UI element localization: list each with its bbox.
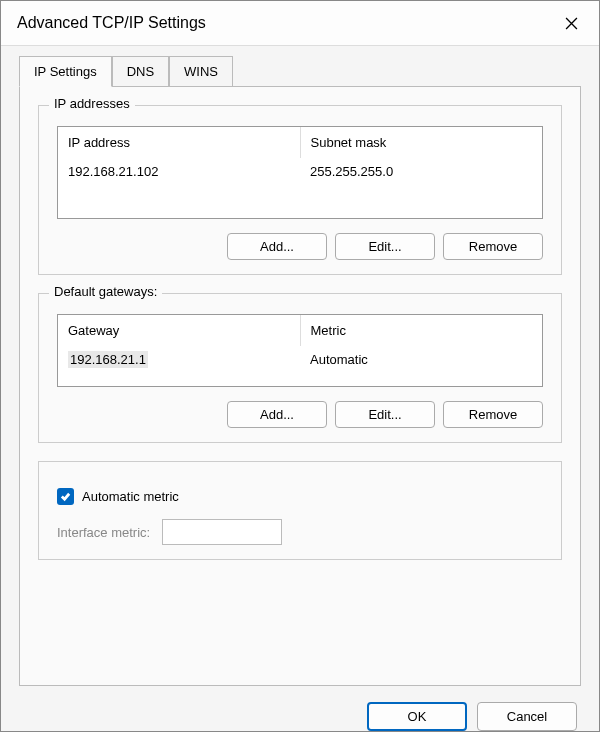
- col-gateway[interactable]: Gateway: [58, 315, 301, 346]
- ip-remove-button[interactable]: Remove: [443, 233, 543, 260]
- table-row[interactable]: 192.168.21.102 255.255.255.0: [58, 158, 542, 191]
- ip-edit-button[interactable]: Edit...: [335, 233, 435, 260]
- ip-buttons-row: Add... Edit... Remove: [57, 233, 543, 260]
- ip-addresses-table[interactable]: IP address Subnet mask 192.168.21.102 25…: [57, 126, 543, 219]
- gateways-table[interactable]: Gateway Metric 192.168.21.1 Automatic: [57, 314, 543, 387]
- metric-fieldset: Automatic metric Interface metric:: [38, 461, 562, 560]
- cell-mask: 255.255.255.0: [300, 158, 542, 191]
- table-row[interactable]: 192.168.21.1 Automatic: [58, 346, 542, 379]
- col-metric[interactable]: Metric: [301, 315, 543, 346]
- ip-add-button[interactable]: Add...: [227, 233, 327, 260]
- gw-remove-button[interactable]: Remove: [443, 401, 543, 428]
- cell-ip: 192.168.21.102: [58, 158, 300, 191]
- gw-table-body: 192.168.21.1 Automatic: [58, 346, 542, 386]
- gw-add-button[interactable]: Add...: [227, 401, 327, 428]
- tab-dns[interactable]: DNS: [112, 56, 169, 86]
- tab-wins[interactable]: WINS: [169, 56, 233, 86]
- close-icon: [565, 17, 578, 30]
- tab-ip-settings[interactable]: IP Settings: [19, 56, 112, 87]
- cancel-button[interactable]: Cancel: [477, 702, 577, 731]
- auto-metric-label: Automatic metric: [82, 489, 179, 504]
- gateways-fieldset: Default gateways: Gateway Metric 192.168…: [38, 293, 562, 443]
- window-title: Advanced TCP/IP Settings: [17, 14, 206, 32]
- col-ip-address[interactable]: IP address: [58, 127, 301, 158]
- ip-addresses-legend: IP addresses: [49, 96, 135, 111]
- titlebar: Advanced TCP/IP Settings: [1, 1, 599, 46]
- check-icon: [60, 491, 71, 502]
- gw-table-header: Gateway Metric: [58, 315, 542, 346]
- close-button[interactable]: [555, 9, 587, 37]
- interface-metric-row: Interface metric:: [57, 519, 543, 545]
- gw-buttons-row: Add... Edit... Remove: [57, 401, 543, 428]
- interface-metric-input: [162, 519, 282, 545]
- auto-metric-row: Automatic metric: [57, 488, 543, 505]
- gw-edit-button[interactable]: Edit...: [335, 401, 435, 428]
- tab-bar: IP Settings DNS WINS: [19, 56, 581, 86]
- tab-panel-ip-settings: IP addresses IP address Subnet mask 192.…: [19, 86, 581, 686]
- dialog-buttons: OK Cancel: [19, 686, 581, 731]
- gateways-legend: Default gateways:: [49, 284, 162, 299]
- auto-metric-checkbox[interactable]: [57, 488, 74, 505]
- ip-table-header: IP address Subnet mask: [58, 127, 542, 158]
- interface-metric-label: Interface metric:: [57, 525, 150, 540]
- cell-gateway: 192.168.21.1: [58, 346, 300, 379]
- ip-addresses-fieldset: IP addresses IP address Subnet mask 192.…: [38, 105, 562, 275]
- ok-button[interactable]: OK: [367, 702, 467, 731]
- col-subnet-mask[interactable]: Subnet mask: [301, 127, 543, 158]
- ip-table-body: 192.168.21.102 255.255.255.0: [58, 158, 542, 218]
- cell-metric: Automatic: [300, 346, 542, 379]
- content-area: IP Settings DNS WINS IP addresses IP add…: [1, 46, 599, 731]
